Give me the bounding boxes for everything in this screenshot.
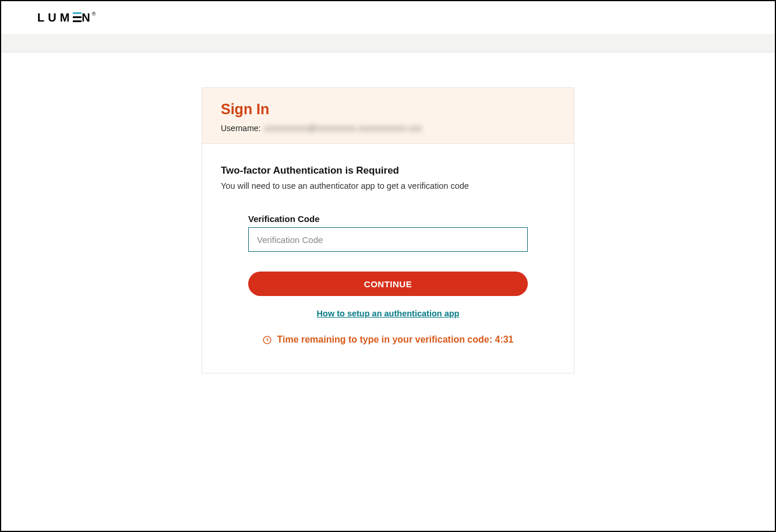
username-value: xxxxxxxxxx@xxxxxxxxx.xxxxxxxxxxx.xxx: [264, 124, 422, 133]
timer-value: 4:31: [495, 334, 513, 344]
main-content: Sign In Username: xxxxxxxxxx@xxxxxxxxx.x…: [1, 52, 775, 374]
card-header: Sign In Username: xxxxxxxxxx@xxxxxxxxx.x…: [202, 88, 574, 144]
timer-prefix: Time remaining to type in your verificat…: [277, 334, 495, 344]
signin-card: Sign In Username: xxxxxxxxxx@xxxxxxxxx.x…: [202, 87, 574, 374]
code-label: Verification Code: [248, 214, 528, 224]
card-body: Two-factor Authentication is Required Yo…: [202, 144, 574, 373]
tfa-heading: Two-factor Authentication is Required: [221, 165, 555, 177]
timer-row: Time remaining to type in your verificat…: [248, 334, 528, 345]
username-row: Username: xxxxxxxxxx@xxxxxxxxx.xxxxxxxxx…: [221, 124, 555, 133]
continue-button[interactable]: CONTINUE: [248, 272, 528, 296]
brand-logo: LUMN®: [37, 12, 96, 23]
app-header: LUMN®: [1, 1, 775, 34]
sub-header-bar: [1, 34, 775, 52]
logo-e-icon: [73, 12, 82, 22]
verification-code-input[interactable]: [248, 227, 528, 252]
timer-text: Time remaining to type in your verificat…: [277, 334, 513, 345]
clock-icon: [262, 335, 272, 345]
verification-form: Verification Code CONTINUE How to setup …: [248, 214, 528, 345]
tfa-subtext: You will need to use an authenticator ap…: [221, 181, 555, 191]
setup-auth-app-link[interactable]: How to setup an authentication app: [248, 309, 528, 318]
signin-title: Sign In: [221, 101, 555, 118]
username-label: Username:: [221, 124, 260, 133]
